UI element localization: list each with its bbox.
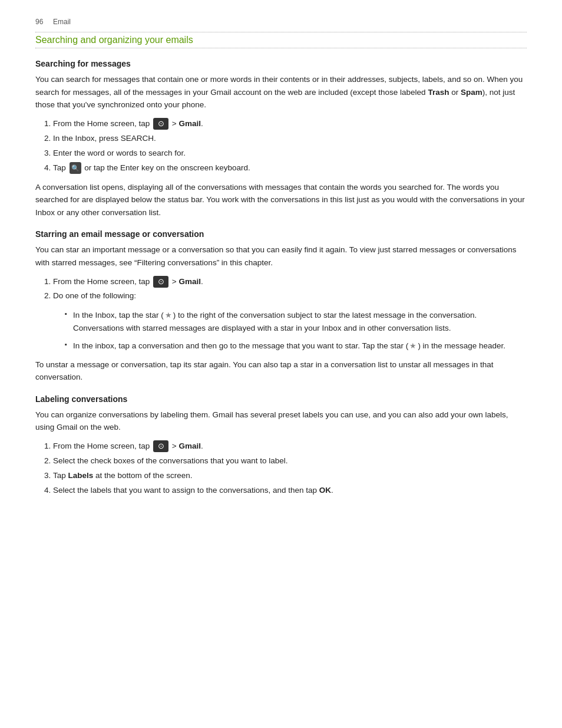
searching-intro: You can search for messages that contain… <box>35 73 527 111</box>
labeling-intro: You can organize conversations by labeli… <box>35 409 527 434</box>
spam-bold: Spam <box>461 88 482 97</box>
starring-steps: From the Home screen, tap > Gmail. Do on… <box>53 275 527 304</box>
page-number: 96 <box>35 18 43 26</box>
bottom-divider <box>35 48 527 48</box>
gmail-bold-3: Gmail <box>178 442 201 450</box>
starring-bullets: In the Inbox, tap the star (★) to the ri… <box>65 309 527 352</box>
page-topic: Email <box>53 18 71 26</box>
starring-closing: To unstar a message or conversation, tap… <box>35 358 527 384</box>
subsection-searching: Searching for messages You can search fo… <box>35 59 527 219</box>
labeling-step-4: Select the labels that you want to assig… <box>53 484 527 498</box>
subsection-starring: Starring an email message or conversatio… <box>35 229 527 384</box>
step-2: In the Inbox, press SEARCH. <box>53 132 527 146</box>
gmail-bold-2: Gmail <box>178 277 201 286</box>
search-icon <box>70 162 81 174</box>
starring-title: Starring an email message or conversatio… <box>35 229 527 239</box>
gmail-bold-1: Gmail <box>178 119 201 128</box>
star-icon-2: ★ <box>409 340 416 353</box>
trash-bold: Trash <box>428 88 449 97</box>
labeling-step-3: Tap Labels at the bottom of the screen. <box>53 469 527 483</box>
starring-step-2: Do one of the following: <box>53 289 527 303</box>
labels-bold: Labels <box>68 471 94 480</box>
step-3: Enter the word or words to search for. <box>53 147 527 160</box>
labeling-step-1: From the Home screen, tap > Gmail. <box>53 440 527 453</box>
starring-intro: You can star an important message or a c… <box>35 243 527 269</box>
star-icon-1: ★ <box>165 309 172 322</box>
subsection-labeling: Labeling conversations You can organize … <box>35 394 527 498</box>
labeling-step-2: Select the check boxes of the conversati… <box>53 454 527 468</box>
bullet-1: In the Inbox, tap the star (★) to the ri… <box>65 309 527 334</box>
page: 96 Email Searching and organizing your e… <box>0 0 562 539</box>
labeling-steps: From the Home screen, tap > Gmail. Selec… <box>53 440 527 498</box>
searching-title: Searching for messages <box>35 59 527 68</box>
labeling-title: Labeling conversations <box>35 394 527 404</box>
step-1: From the Home screen, tap > Gmail. <box>53 117 527 131</box>
gmail-icon-1 <box>153 118 168 130</box>
step-4: Tap or tap the Enter key on the onscreen… <box>53 162 527 175</box>
top-divider <box>35 32 527 32</box>
gmail-icon-2 <box>153 276 168 288</box>
page-header: 96 Email <box>35 18 527 26</box>
gmail-icon-3 <box>153 440 168 452</box>
starring-step-1: From the Home screen, tap > Gmail. <box>53 275 527 289</box>
section-title: Searching and organizing your emails <box>35 35 527 45</box>
searching-closing: A conversation list opens, displaying al… <box>35 181 527 219</box>
ok-bold: OK <box>319 486 331 495</box>
searching-steps: From the Home screen, tap > Gmail. In th… <box>53 117 527 175</box>
bullet-2: In the inbox, tap a conversation and the… <box>65 340 527 353</box>
